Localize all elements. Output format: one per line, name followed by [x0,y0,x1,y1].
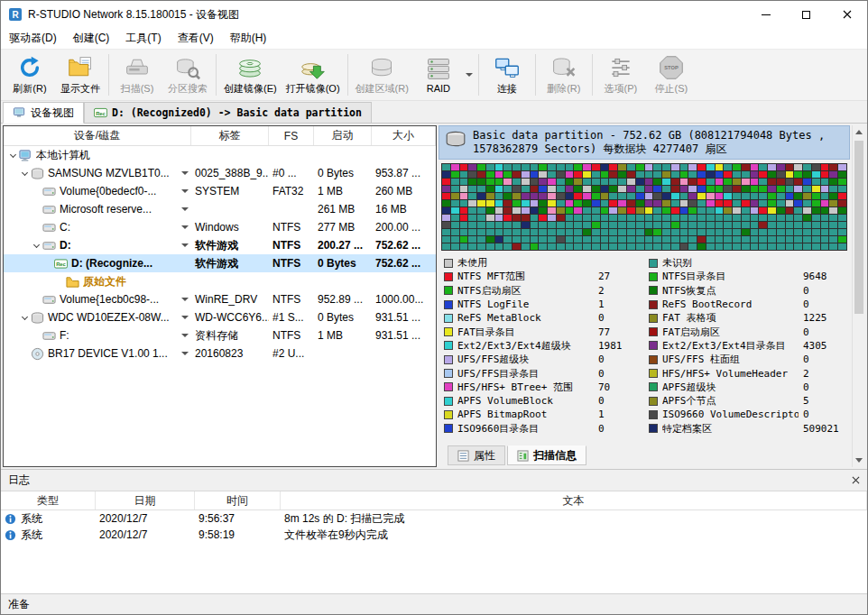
row-dropdown-arrow[interactable] [181,207,191,211]
scan-block [688,186,697,192]
scan-block [812,236,820,243]
log-row[interactable]: 系统2020/12/79:58:19文件枚举在9秒内完成 [1,527,867,543]
column-header-start[interactable]: 启动 [314,126,372,145]
scan-block [777,186,785,192]
expand-chevron-icon[interactable] [19,317,31,319]
menu-item-3[interactable]: 查看(V) [170,28,222,49]
size-cell: 752.62 ... [372,254,436,272]
scan-block [733,179,741,185]
scan-block [460,222,468,228]
scroll-up-icon[interactable] [853,125,865,139]
table-row[interactable]: Volume{1ecb0c98-...WinRE_DRVNTFS952.89 .… [4,290,436,308]
scan-block [627,215,635,221]
toolbar-button-open-image[interactable]: 打开镜像(O) [282,51,345,99]
scan-block [768,207,776,214]
scan-block [618,193,626,199]
row-dropdown-arrow[interactable] [181,316,191,319]
tab-partition[interactable]: Rec D: (Recognized0) -> Basic data parti… [84,102,372,124]
menu-item-1[interactable]: 创建(C) [65,28,118,49]
table-row[interactable]: 原始文件 [4,272,436,290]
minimize-button[interactable] [745,1,786,28]
scan-block [636,243,644,250]
column-header-time[interactable]: 时间 [195,491,281,509]
row-dropdown-arrow[interactable] [181,225,191,229]
table-row[interactable]: F:资料存储NTFS1 MB931.51 ... [4,326,436,344]
table-row[interactable]: SAMSUNG MZVLB1T0...0025_388B_9...#0 ...0… [4,164,436,182]
legend-item: APFS超级块0 [649,381,845,394]
toolbar-button-label: RAID [427,83,450,94]
log-row[interactable]: 系统2020/12/79:56:378m 12s 的 D: 扫描已完成 [1,510,867,527]
device-cell: Microsoft reserve... [4,200,191,218]
scan-block [688,193,697,199]
table-row[interactable]: BR17 DEVICE V1.00 1...20160823#2 U... [4,344,436,363]
menu-item-4[interactable]: 帮助(H) [222,28,275,49]
column-header-fs[interactable]: FS [269,126,314,145]
maximize-button[interactable] [786,1,826,28]
table-row[interactable]: 本地计算机 [4,146,436,164]
right-panel-scrollbar[interactable] [852,125,865,467]
scan-block [592,236,600,243]
legend-item: UFS/FFS目录条目0 [444,366,640,380]
table-row[interactable]: C:WindowsNTFS277 MB200.00 ... [4,218,436,236]
tab-scan-information[interactable]: 扫描信息 [507,445,586,465]
raid-dropdown-arrow[interactable] [464,51,476,99]
legend-color-swatch [444,410,453,419]
expand-chevron-icon[interactable] [31,244,42,247]
scan-block [548,164,556,170]
scroll-down-icon[interactable] [853,454,865,467]
scan-block [609,193,617,199]
scan-block [786,215,794,221]
column-header-date[interactable]: 日期 [96,491,195,509]
tab-device-view[interactable]: 设备视图 [3,102,84,124]
svg-text:R: R [12,10,19,20]
scan-block [645,207,653,214]
scan-block [512,236,521,243]
start-cell: 277 MB [314,218,372,236]
table-row[interactable]: Microsoft reserve...261 MB16 MB [4,200,436,218]
dropdown-arrow-icon [181,298,189,301]
scan-block [557,229,565,235]
label-cell: 资料存储 [191,326,269,344]
legend-color-swatch [444,327,453,336]
row-dropdown-arrow[interactable] [181,171,191,175]
scan-block [627,179,635,185]
toolbar-button-refresh[interactable]: 刷新(R) [5,51,55,99]
column-header-size[interactable]: 大小 [372,126,436,145]
table-row[interactable]: D:软件游戏NTFS200.27 ...752.62 ... [4,236,436,254]
toolbar-button-create-image[interactable]: 创建镜像(E) [219,51,282,99]
column-header-label[interactable]: 标签 [191,126,269,145]
expand-chevron-icon[interactable] [7,154,19,157]
table-row[interactable]: WDC WD10EZEX-08W...WD-WCC6Y6...#1 S...0 … [4,308,436,326]
close-button[interactable] [826,1,867,28]
tab-properties[interactable]: 属性 [448,445,505,465]
scan-block [609,229,617,235]
scrollbar-track[interactable] [853,139,865,454]
column-header-text[interactable]: 文本 [281,491,867,509]
table-row[interactable]: Volume{0bedecf0-...SYSTEMFAT321 MB260 MB [4,182,436,200]
scan-block [601,171,609,178]
menu-item-2[interactable]: 工具(T) [117,28,169,49]
scan-block [451,193,459,199]
column-header-type[interactable]: 类型 [1,491,96,509]
table-row[interactable]: RecD: (Recognize...软件游戏NTFS0 Bytes752.62… [4,254,436,272]
row-dropdown-arrow[interactable] [181,189,191,193]
scan-block [601,193,609,199]
legend-label: NTFS目录条目 [662,270,799,283]
toolbar-button-raid[interactable]: RAID [413,51,464,99]
scan-block [512,229,521,235]
column-header-device[interactable]: 设备/磁盘 [4,126,191,145]
row-dropdown-arrow[interactable] [181,334,191,337]
row-dropdown-arrow[interactable] [181,243,191,247]
row-dropdown-arrow[interactable] [181,352,191,355]
toolbar-button-connect[interactable]: 连接 [482,51,532,99]
scan-block [468,236,476,243]
log-close-button[interactable] [852,476,860,484]
menu-item-0[interactable]: 驱动器(D) [1,28,65,49]
expand-chevron-icon[interactable] [19,172,31,175]
device-view-icon [13,107,26,118]
row-dropdown-arrow[interactable] [181,298,191,301]
scan-block [592,222,600,228]
scrollbar-thumb[interactable] [854,141,863,314]
scan-block [751,193,759,199]
toolbar-button-show-files[interactable]: 显示文件 [55,51,106,99]
